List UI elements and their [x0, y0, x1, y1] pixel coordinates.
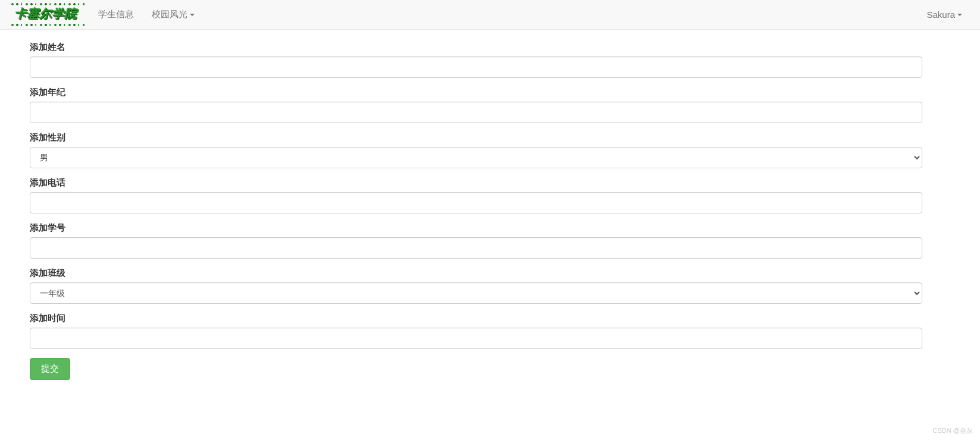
- name-input[interactable]: [30, 56, 922, 78]
- label-age: 添加年纪: [30, 87, 922, 98]
- brand-logo[interactable]: 卡塞尔学院: [9, 4, 83, 26]
- navbar: 卡塞尔学院 学生信息 校园风光 Sakura: [0, 0, 980, 30]
- form-group-gender: 添加性别 男: [30, 132, 922, 168]
- label-student-id: 添加学号: [30, 222, 922, 234]
- nav-campus-scenery[interactable]: 校园风光: [143, 0, 203, 29]
- time-input[interactable]: [30, 328, 922, 349]
- chevron-down-icon: [957, 14, 962, 16]
- label-gender: 添加性别: [30, 132, 922, 143]
- form-group-student-id: 添加学号: [30, 222, 922, 259]
- student-id-input[interactable]: [30, 237, 922, 259]
- label-class: 添加班级: [30, 268, 922, 279]
- nav-left: 学生信息 校园风光: [89, 0, 203, 29]
- form-group-phone: 添加电话: [30, 177, 922, 213]
- nav-user-label: Sakura: [926, 10, 955, 20]
- label-time: 添加时间: [30, 313, 922, 324]
- nav-right: Sakura: [918, 1, 971, 29]
- nav-student-info-label: 学生信息: [98, 9, 134, 20]
- chevron-down-icon: [190, 14, 195, 16]
- add-student-form: 添加姓名 添加年纪 添加性别 男 添加电话 添加学号 添加班级 一年级: [30, 42, 922, 380]
- phone-input[interactable]: [30, 192, 922, 213]
- class-select[interactable]: 一年级: [30, 282, 922, 304]
- label-phone: 添加电话: [30, 177, 922, 188]
- age-input[interactable]: [30, 102, 922, 123]
- submit-button[interactable]: 提交: [30, 358, 70, 380]
- nav-student-info[interactable]: 学生信息: [89, 0, 143, 29]
- nav-user-menu[interactable]: Sakura: [918, 1, 971, 29]
- label-name: 添加姓名: [30, 42, 922, 53]
- form-container: 添加姓名 添加年纪 添加性别 男 添加电话 添加学号 添加班级 一年级: [0, 30, 952, 392]
- form-group-age: 添加年纪: [30, 87, 922, 123]
- form-group-time: 添加时间: [30, 313, 922, 349]
- gender-select[interactable]: 男: [30, 147, 922, 168]
- nav-campus-scenery-label: 校园风光: [152, 9, 187, 20]
- form-group-class: 添加班级 一年级: [30, 268, 922, 304]
- form-group-name: 添加姓名: [30, 42, 922, 78]
